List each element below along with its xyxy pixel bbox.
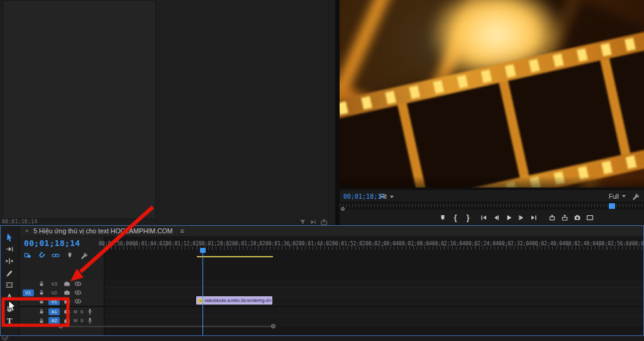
track-row-a1: A1 M S bbox=[19, 307, 644, 316]
track-row-v2: V1 V2 bbox=[19, 288, 644, 297]
chevron-down-icon bbox=[622, 195, 626, 198]
sync-lock-icon[interactable] bbox=[64, 298, 70, 305]
track-select-forward-tool[interactable] bbox=[4, 245, 14, 254]
source-patch-v1[interactable]: V1 bbox=[23, 289, 34, 296]
timeline-zoom-scrollbar[interactable] bbox=[61, 326, 274, 327]
clip-name: videoblocks-a-retro-3d-rendering-of-movi… bbox=[204, 298, 272, 303]
sync-lock-icon[interactable] bbox=[64, 289, 70, 296]
track-content-a2[interactable] bbox=[104, 316, 644, 325]
linked-selection-icon[interactable] bbox=[52, 252, 60, 259]
go-to-out-button[interactable] bbox=[530, 213, 538, 222]
solo-track-button[interactable]: S bbox=[79, 310, 85, 314]
play-button[interactable] bbox=[505, 213, 513, 222]
panel-menu-icon[interactable]: ≡ bbox=[180, 227, 184, 235]
export-frame-button[interactable] bbox=[574, 213, 581, 222]
selection-tool[interactable] bbox=[4, 233, 14, 242]
program-monitor-panel: 00;01;18;14 Fit Full { } bbox=[340, 0, 644, 225]
toggle-track-output-eye-icon[interactable] bbox=[74, 298, 82, 305]
filter-icon[interactable] bbox=[299, 219, 306, 225]
track-row-v1: V1 bbox=[19, 297, 644, 306]
app-badge-icon bbox=[2, 335, 8, 340]
track-target-a2[interactable]: A2 bbox=[48, 317, 60, 324]
pen-tool[interactable] bbox=[4, 293, 14, 301]
playback-resolution-select[interactable]: Full bbox=[609, 193, 626, 200]
mute-track-button[interactable]: M bbox=[72, 310, 79, 314]
razor-tool[interactable] bbox=[4, 269, 14, 277]
track-content-v3[interactable] bbox=[104, 279, 644, 288]
program-timecode[interactable]: 00;01;18;14 bbox=[343, 193, 385, 200]
sync-lock-icon[interactable] bbox=[64, 308, 70, 315]
track-lock-icon[interactable] bbox=[38, 281, 45, 287]
voice-over-mic-icon[interactable] bbox=[87, 308, 93, 315]
scrollbar-handle-left[interactable] bbox=[58, 324, 63, 328]
sequence-tab[interactable]: 5 Hiệu ứng thú vị cho text HOCLAMPHIM.CO… bbox=[33, 227, 172, 235]
source-panel: 00;01;18;14 bbox=[0, 0, 335, 225]
track-content-v2[interactable] bbox=[104, 288, 644, 297]
program-scrubber[interactable] bbox=[340, 202, 644, 210]
zoom-level-select[interactable]: Fit bbox=[380, 193, 394, 200]
track-header-v1: V1 bbox=[19, 297, 104, 306]
image-bottom-fade bbox=[340, 176, 644, 187]
solo-track-button[interactable]: S bbox=[79, 318, 85, 323]
hand-tool[interactable] bbox=[4, 305, 14, 313]
scrollbar-handle-right[interactable] bbox=[271, 324, 275, 328]
add-marker-icon[interactable] bbox=[66, 252, 74, 259]
track-content-v1[interactable] bbox=[104, 297, 644, 306]
slip-tool[interactable] bbox=[4, 281, 14, 289]
add-marker-button[interactable] bbox=[439, 213, 447, 222]
voice-over-mic-icon[interactable] bbox=[87, 317, 93, 324]
program-monitor-video bbox=[340, 0, 644, 187]
type-tool[interactable]: T bbox=[4, 316, 14, 325]
track-target-a1[interactable]: A1 bbox=[48, 308, 60, 315]
snap-magnet-icon[interactable] bbox=[36, 250, 47, 261]
settings-wrench-icon[interactable] bbox=[631, 193, 639, 200]
track-lock-icon[interactable] bbox=[38, 318, 45, 324]
step-back-button[interactable] bbox=[492, 213, 500, 222]
export-panel-icon[interactable] bbox=[321, 219, 328, 225]
play-to-out-icon[interactable] bbox=[310, 219, 316, 225]
timeline-timecode[interactable]: 00;01;18;14 bbox=[24, 238, 80, 248]
track-name[interactable]: V2 bbox=[48, 290, 60, 296]
track-target-v1[interactable]: V1 bbox=[48, 298, 60, 305]
ripple-edit-tool[interactable] bbox=[4, 257, 14, 266]
sync-lock-icon[interactable] bbox=[64, 318, 70, 324]
window-bottom-strip bbox=[0, 336, 644, 341]
extract-button[interactable] bbox=[561, 213, 569, 222]
playhead-handle[interactable] bbox=[200, 248, 206, 253]
scrubber-ticks bbox=[340, 204, 644, 207]
track-row-a2: A2 M S bbox=[19, 316, 644, 325]
scrubber-zoom-handle[interactable] bbox=[341, 207, 345, 211]
lift-button[interactable] bbox=[548, 213, 556, 222]
tools-panel: T bbox=[0, 226, 19, 335]
transport-controls: { } bbox=[439, 212, 594, 223]
track-lock-icon[interactable] bbox=[38, 308, 45, 315]
playhead-line bbox=[203, 249, 203, 335]
premiere-pro-window: 00;01;18;14 00;01;18;14 Fi bbox=[0, 0, 644, 341]
track-lock-icon[interactable] bbox=[38, 289, 45, 296]
source-timecode: 00;01;18;14 bbox=[2, 219, 37, 225]
program-playhead[interactable] bbox=[609, 203, 615, 209]
track-content-a1[interactable] bbox=[104, 307, 644, 316]
video-clip[interactable]: fx videoblocks-a-retro-3d-rendering-of-m… bbox=[196, 296, 272, 305]
sync-lock-icon[interactable] bbox=[64, 281, 70, 287]
ruler-minor-ticks bbox=[104, 247, 644, 250]
mark-in-button[interactable]: { bbox=[452, 213, 459, 222]
track-header-v2: V1 V2 bbox=[19, 288, 104, 297]
go-to-in-button[interactable] bbox=[480, 213, 487, 222]
tab-close-icon[interactable]: × bbox=[25, 228, 28, 234]
track-header-a1: A1 M S bbox=[19, 307, 104, 316]
track-header-v3: V3 bbox=[19, 279, 104, 288]
mark-out-button[interactable]: } bbox=[464, 213, 472, 222]
timeline-panel: × 5 Hiệu ứng thú vị cho text HOCLAMPHIM.… bbox=[19, 226, 644, 336]
track-name[interactable]: V3 bbox=[48, 281, 60, 287]
source-panel-status-bar: 00;01;18;14 bbox=[0, 219, 335, 225]
toggle-track-output-eye-icon[interactable] bbox=[74, 289, 82, 296]
nest-sequences-toggle-icon[interactable] bbox=[24, 252, 31, 259]
timeline-settings-wrench-icon[interactable] bbox=[80, 252, 87, 259]
comparison-view-button[interactable] bbox=[586, 213, 594, 222]
work-area-bar[interactable] bbox=[197, 256, 273, 257]
step-forward-button[interactable] bbox=[518, 213, 525, 222]
mute-track-button[interactable]: M bbox=[72, 318, 79, 323]
track-lock-icon[interactable] bbox=[38, 298, 45, 305]
toggle-track-output-eye-icon[interactable] bbox=[74, 281, 82, 287]
